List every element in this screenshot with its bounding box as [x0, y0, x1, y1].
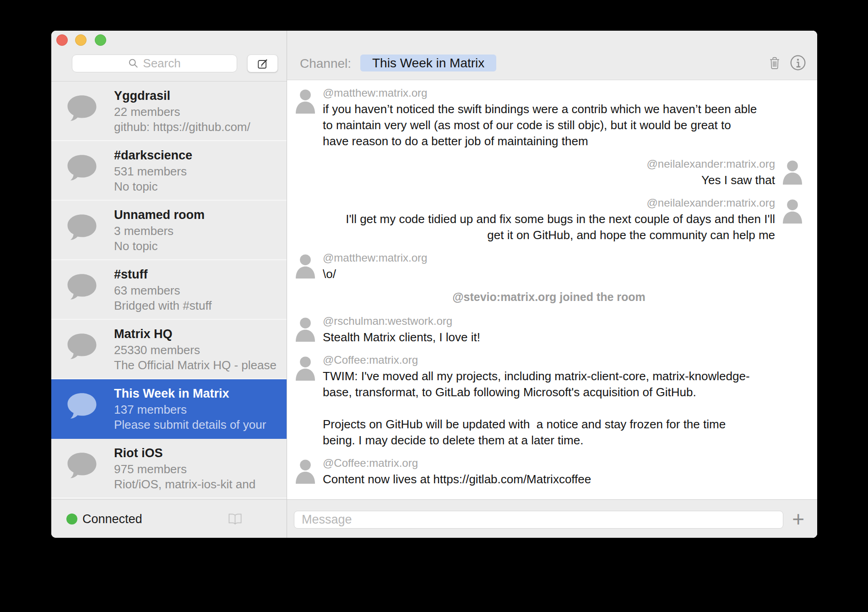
user-avatar-icon: [781, 158, 803, 185]
chat-panel: Channel: This Week in Matrix: [287, 31, 817, 538]
room-member-count: 3 members: [114, 224, 284, 239]
room-item-yggdrasil[interactable]: Yggdrasil 22 members github: https://git…: [51, 82, 287, 141]
room-name: #stuff: [114, 266, 284, 283]
room-topic: No topic: [114, 179, 284, 194]
user-avatar-icon: [294, 316, 316, 342]
minimize-window-button[interactable]: [75, 34, 87, 46]
message: @rschulman:westwork.org Stealth Matrix c…: [294, 315, 803, 345]
compose-icon: [257, 58, 269, 70]
message-body: Stealth Matrix clients, I love it!: [323, 329, 480, 345]
info-icon: [790, 55, 806, 71]
room-topic: Riot/iOS, matrix-ios-kit and: [114, 477, 284, 492]
room-event-notice: @stevio:matrix.org joined the room: [294, 290, 803, 304]
channel-label: Channel:: [300, 56, 351, 71]
room-item-stuff[interactable]: #stuff 63 members Bridged with #stuff: [51, 260, 287, 320]
message-sender: @neilalexander:matrix.org: [647, 158, 776, 170]
room-item-unnamed-room[interactable]: Unnamed room 3 members No topic: [51, 201, 287, 260]
room-name: Riot iOS: [114, 444, 284, 462]
search-placeholder: Search: [143, 56, 180, 71]
close-window-button[interactable]: [56, 34, 68, 46]
room-member-count: 22 members: [114, 104, 284, 120]
compose-button[interactable]: [247, 55, 278, 72]
directory-button[interactable]: [228, 514, 242, 526]
sidebar: Search Yggdrasil 22 members github: http…: [51, 31, 287, 538]
composer-bar: +: [287, 499, 817, 538]
sidebar-footer: Connected: [51, 499, 287, 538]
message-sender: @neilalexander:matrix.org: [346, 197, 775, 209]
message: @neilalexander:matrix.org I'll get my co…: [294, 197, 803, 243]
room-avatar-bubble-icon: [66, 153, 98, 184]
room-topic: The Official Matrix HQ - please: [114, 358, 284, 373]
room-member-count: 531 members: [114, 164, 284, 179]
room-item-darkscience[interactable]: #darkscience 531 members No topic: [51, 141, 287, 201]
room-item-matrix-hq[interactable]: Matrix HQ 25330 members The Official Mat…: [51, 320, 287, 379]
message-list[interactable]: @matthew:matrix.org if you haven’t notic…: [287, 80, 817, 499]
room-avatar-bubble-icon: [66, 332, 98, 363]
trash-icon: [769, 55, 781, 71]
message-sender: @Coffee:matrix.org: [323, 457, 591, 470]
room-name: Unnamed room: [114, 206, 284, 224]
room-list: Yggdrasil 22 members github: https://git…: [51, 81, 287, 499]
message: @Coffee:matrix.org Content now lives at …: [294, 457, 803, 487]
connection-status-dot: [66, 514, 77, 525]
message: @matthew:matrix.org if you haven’t notic…: [294, 87, 803, 149]
search-icon: [128, 58, 139, 69]
room-avatar-bubble-icon: [66, 272, 98, 303]
room-topic: No topic: [114, 239, 284, 254]
message-input[interactable]: [294, 511, 783, 529]
room-name: Matrix HQ: [114, 325, 284, 343]
channel-name-field[interactable]: This Week in Matrix: [360, 55, 496, 71]
room-member-count: 63 members: [114, 283, 284, 298]
room-member-count: 975 members: [114, 462, 284, 477]
message-sender: @matthew:matrix.org: [323, 87, 757, 99]
zoom-window-button[interactable]: [95, 34, 106, 46]
message-sender: @matthew:matrix.org: [323, 251, 427, 264]
sidebar-header: Search: [51, 31, 287, 81]
message: @Coffee:matrix.org TWIM: I've moved all …: [294, 354, 803, 448]
room-info-button[interactable]: [790, 55, 806, 72]
message-body: if you haven’t noticed the swift binding…: [323, 101, 757, 149]
room-name: Yggdrasil: [114, 87, 284, 104]
user-avatar-icon: [294, 87, 316, 114]
search-input[interactable]: Search: [72, 55, 237, 72]
matrix-client-window: Search Yggdrasil 22 members github: http…: [51, 31, 817, 538]
message-body: Content now lives at https://gitlab.com/…: [323, 471, 591, 487]
book-icon: [228, 514, 242, 525]
chat-header: Channel: This Week in Matrix: [287, 31, 817, 80]
room-member-count: 25330 members: [114, 343, 284, 358]
room-topic: Please submit details of your: [114, 417, 284, 432]
user-avatar-icon: [294, 458, 316, 484]
room-topic: Bridged with #stuff: [114, 298, 284, 313]
message-body: Yes I saw that: [647, 172, 776, 188]
connection-status-label: Connected: [82, 512, 142, 526]
room-avatar-bubble-icon: [66, 213, 98, 244]
room-name: #darkscience: [114, 147, 284, 164]
room-avatar-bubble-icon: [66, 451, 98, 482]
room-avatar-bubble-icon: [66, 391, 98, 422]
user-avatar-icon: [781, 197, 803, 224]
user-avatar-icon: [294, 355, 316, 381]
message-sender: @rschulman:westwork.org: [323, 315, 480, 328]
room-item-riot-ios[interactable]: Riot iOS 975 members Riot/iOS, matrix-io…: [51, 439, 287, 498]
message-body: \o/: [323, 266, 427, 282]
message-sender: @Coffee:matrix.org: [323, 354, 750, 366]
room-item-this-week-in-matrix[interactable]: This Week in Matrix 137 members Please s…: [51, 379, 287, 439]
message-body: TWIM: I've moved all my projects, includ…: [323, 368, 750, 448]
room-avatar-bubble-icon: [66, 93, 98, 125]
room-name: This Week in Matrix: [114, 385, 284, 402]
desktop-background: Search Yggdrasil 22 members github: http…: [0, 0, 868, 612]
message: @neilalexander:matrix.org Yes I saw that: [294, 158, 803, 188]
leave-room-button[interactable]: [769, 55, 781, 72]
room-topic: github: https://github.com/: [114, 120, 284, 135]
message-body: I'll get my code tidied up and fix some …: [346, 211, 775, 243]
room-member-count: 137 members: [114, 402, 284, 417]
attach-button[interactable]: +: [792, 506, 804, 532]
message: @matthew:matrix.org \o/: [294, 251, 803, 282]
user-avatar-icon: [294, 252, 316, 279]
